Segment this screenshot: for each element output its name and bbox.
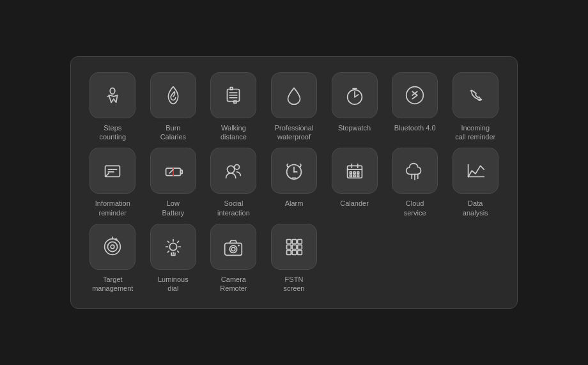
bluetooth-label: Bluetooth 4.0 <box>394 123 436 132</box>
alarm-label: Alarm <box>285 199 304 208</box>
features-panel: Steps countingBurn CalariesWalking dista… <box>70 56 518 309</box>
steps-counting-label: Steps counting <box>99 123 126 142</box>
camera-remoter-icon-box <box>210 224 256 270</box>
svg-rect-64 <box>292 250 297 254</box>
svg-point-43 <box>115 238 118 240</box>
luminous-dial-icon-box <box>150 224 196 270</box>
feature-walking-distance: Walking distance <box>205 72 263 142</box>
svg-point-44 <box>169 243 176 250</box>
information-reminder-label: Information reminder <box>95 199 130 217</box>
svg-rect-58 <box>292 239 297 244</box>
svg-rect-5 <box>234 100 236 103</box>
svg-point-56 <box>238 244 240 246</box>
luminous-dial-label: Luminous dial <box>158 275 189 293</box>
feature-information-reminder: Information reminder <box>84 148 142 217</box>
incoming-call-label: Incoming call reminder <box>455 123 495 142</box>
svg-point-11 <box>406 86 424 104</box>
feature-camera-remoter: Camera Remoter <box>205 224 263 293</box>
feature-calander: Calander <box>325 148 383 217</box>
low-battery-label: Low Battery <box>162 199 184 217</box>
feature-stopwatch: Stopwatch <box>325 72 383 142</box>
steps-counting-icon-box <box>89 72 135 118</box>
feature-luminous-dial: Luminous dial <box>144 224 203 293</box>
svg-rect-17 <box>180 170 182 174</box>
svg-rect-65 <box>298 250 302 254</box>
svg-point-39 <box>105 238 121 254</box>
svg-rect-59 <box>298 239 302 244</box>
fstn-screen-icon-box <box>271 224 317 270</box>
svg-rect-31 <box>350 175 352 177</box>
stopwatch-label: Stopwatch <box>338 123 371 132</box>
low-battery-icon-box <box>150 148 196 194</box>
svg-point-40 <box>108 242 118 251</box>
svg-line-51 <box>177 241 178 242</box>
feature-alarm: Alarm <box>265 148 323 217</box>
calander-icon-box <box>332 148 378 194</box>
bluetooth-icon-box <box>392 72 438 118</box>
stopwatch-icon-box <box>332 72 378 118</box>
feature-incoming-call: Incoming call reminder <box>446 72 504 142</box>
social-interaction-icon-box <box>210 148 256 194</box>
fstn-screen-label: FSTN screen <box>283 275 304 293</box>
feature-fstn-screen: FSTN screen <box>265 224 323 293</box>
data-analysis-label: Data analysis <box>463 199 488 217</box>
svg-rect-60 <box>287 245 291 249</box>
feature-professional-waterproof: Professional waterproof <box>265 72 323 142</box>
burn-calories-label: Burn Calaries <box>160 123 186 142</box>
incoming-call-icon-box <box>453 72 499 118</box>
social-interaction-label: Social interaction <box>217 199 250 217</box>
svg-line-52 <box>167 251 169 252</box>
svg-rect-61 <box>292 245 297 249</box>
svg-rect-62 <box>298 245 302 249</box>
svg-line-49 <box>167 241 169 242</box>
feature-low-battery: Low Battery <box>144 148 203 217</box>
professional-waterproof-icon-box <box>271 72 317 118</box>
svg-rect-30 <box>357 172 359 174</box>
svg-point-55 <box>232 247 236 251</box>
svg-rect-63 <box>287 250 291 254</box>
cloud-service-icon-box <box>392 148 438 194</box>
svg-point-19 <box>228 166 235 173</box>
svg-line-50 <box>177 251 178 252</box>
svg-rect-32 <box>353 175 355 177</box>
data-analysis-icon-box <box>453 148 499 194</box>
svg-point-41 <box>111 245 114 249</box>
target-management-icon-box <box>89 224 135 270</box>
feature-bluetooth: Bluetooth 4.0 <box>386 72 444 142</box>
svg-rect-28 <box>350 172 352 174</box>
feature-steps-counting: Steps counting <box>84 72 142 142</box>
feature-cloud-service: Cloud service <box>386 148 444 217</box>
cloud-service-label: Cloud service <box>404 199 426 217</box>
walking-distance-icon-box <box>210 72 256 118</box>
calander-label: Calander <box>340 199 369 208</box>
feature-target-management: Target management <box>84 224 142 293</box>
professional-waterproof-label: Professional waterproof <box>275 123 314 142</box>
information-reminder-icon-box <box>89 148 135 194</box>
alarm-icon-box <box>271 148 317 194</box>
features-grid: Steps countingBurn CalariesWalking dista… <box>84 72 504 293</box>
svg-point-54 <box>230 245 237 252</box>
svg-point-20 <box>235 165 240 170</box>
svg-rect-57 <box>287 239 291 244</box>
burn-calories-icon-box <box>150 72 196 118</box>
camera-remoter-label: Camera Remoter <box>220 275 247 293</box>
feature-social-interaction: Social interaction <box>205 148 263 217</box>
svg-rect-4 <box>231 87 233 89</box>
svg-rect-33 <box>357 175 359 177</box>
walking-distance-label: Walking distance <box>220 123 247 142</box>
svg-rect-29 <box>353 172 355 174</box>
target-management-label: Target management <box>92 275 133 293</box>
feature-data-analysis: Data analysis <box>446 148 504 217</box>
feature-burn-calories: Burn Calaries <box>144 72 203 142</box>
